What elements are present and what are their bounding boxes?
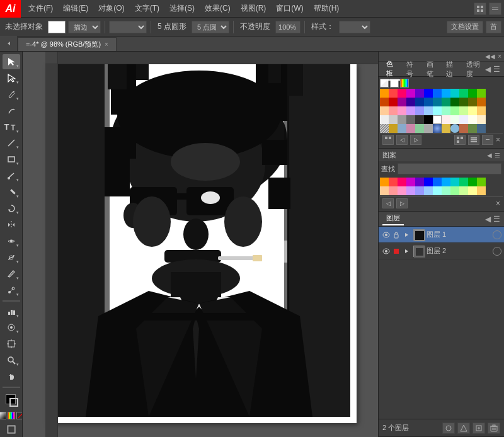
new-color-group-btn[interactable] [382,135,394,145]
change-screen-mode[interactable] [3,422,20,437]
swatch-item[interactable] [424,124,433,133]
delete-layer-btn[interactable] [488,423,500,434]
pattern-swatch-item[interactable] [424,178,433,186]
tab-close-btn[interactable]: × [105,41,108,48]
swatch-item[interactable] [477,98,486,106]
symbol-tool[interactable]: ▾ [3,321,20,336]
tab-brushes[interactable]: 画笔 [423,59,440,80]
locate-object-btn[interactable] [457,423,470,434]
pattern-swatch-item[interactable] [389,186,398,195]
swatch-item[interactable] [459,115,468,124]
menu-edit[interactable]: 编辑(E) [58,2,93,15]
menu-object[interactable]: 对象(O) [93,2,129,15]
opacity-input[interactable]: 100% [275,21,301,33]
line-tool[interactable]: ▾ [3,136,20,151]
pattern-prev-btn[interactable]: ◁ [382,198,394,208]
menu-window[interactable]: 窗口(W) [271,2,308,15]
swatch-item[interactable] [415,98,424,106]
stroke-color-swatch[interactable] [48,21,66,33]
pencil-tool[interactable]: ▾ [3,184,20,200]
layer-expand-2[interactable] [401,246,411,256]
layers-menu-btn[interactable]: ☰ [493,215,500,224]
panel-menu-icon[interactable]: ☰ [493,65,500,74]
no-fill-btn[interactable] [16,412,23,419]
tab-transparency[interactable]: 透明度 [462,59,485,80]
style-select[interactable] [339,21,370,33]
direct-selection-tool[interactable]: ▾ [3,71,20,86]
delete-swatch-btn[interactable] [482,135,493,145]
swatch-item[interactable] [433,124,442,133]
swatch-item[interactable] [442,89,450,98]
swatch-item[interactable] [398,98,406,106]
pattern-swatch-item[interactable] [380,124,389,133]
swatch-item[interactable] [406,98,415,106]
pattern-swatch-item[interactable] [380,186,389,195]
swatch-item[interactable] [477,89,486,98]
new-layer-btn[interactable] [472,423,485,434]
swatch-item[interactable] [459,98,468,106]
pattern-swatch-item[interactable] [442,178,450,186]
swatch-item[interactable] [459,124,468,133]
swatch-item[interactable] [468,106,477,115]
swatch-item[interactable] [477,106,486,115]
swatch-item[interactable] [433,115,442,124]
pattern-swatch-item[interactable] [433,178,442,186]
pattern-swatch-item[interactable] [442,186,450,195]
swatch-item[interactable] [406,115,415,124]
swatch-item[interactable] [389,106,398,115]
pattern-swatch-item[interactable] [477,178,486,186]
pattern-swatch-item[interactable] [398,186,406,195]
swatch-item[interactable] [406,106,415,115]
swatch-item[interactable] [468,98,477,106]
selection-tool[interactable]: ▾ [3,54,20,69]
swatch-item[interactable] [389,115,398,124]
panel-collapse-btn[interactable]: ◀◀ [485,53,495,60]
next-page-btn[interactable]: ▷ [410,135,421,145]
pattern-menu-btn[interactable]: ☰ [495,152,500,159]
rectangle-tool[interactable]: ▾ [3,152,20,167]
tab-swatches[interactable]: 色板 [382,58,400,81]
swatch-item[interactable] [389,124,398,133]
menu-help[interactable]: 帮助(H) [309,2,345,15]
swatch-item[interactable] [442,115,450,124]
pattern-swatch-item[interactable] [450,186,459,195]
pattern-swatch-item[interactable] [415,178,424,186]
curvature-tool[interactable] [3,103,20,118]
stroke-swatch-display[interactable] [9,398,18,407]
tab-symbols[interactable]: 符号 [403,59,420,80]
pattern-swatch-item[interactable] [477,186,486,195]
brush-style-select[interactable] [109,21,147,33]
width-tool[interactable]: ▾ [3,234,20,249]
pattern-swatch-item[interactable] [380,178,389,186]
swatch-item[interactable] [424,89,433,98]
none-fill-btn[interactable] [0,412,6,419]
swatch-item[interactable] [433,89,442,98]
swatch-item[interactable] [424,115,433,124]
pattern-swatch-item[interactable] [459,186,468,195]
pattern-collapse-btn[interactable]: ◀ [487,152,492,159]
doc-settings-btn[interactable]: 文档设置 [447,21,483,33]
blend-tool[interactable]: ▾ [3,283,20,298]
swatch-item[interactable] [450,115,459,124]
swatch-item[interactable] [468,89,477,98]
column-graph-tool[interactable]: ▾ [3,304,20,319]
fill-stroke-colors[interactable] [3,392,20,408]
layer-lock-2[interactable] [391,246,401,256]
swatch-item[interactable] [477,124,486,133]
swatch-item[interactable] [442,106,450,115]
pattern-swatch-item[interactable] [406,186,415,195]
layer-target-2[interactable] [493,247,501,256]
panel-collapse-icon[interactable]: ◀ [485,65,491,74]
layer-expand-1[interactable] [401,230,411,240]
reflect-tool[interactable] [3,217,20,232]
pattern-swatch-item[interactable] [459,178,468,186]
layer-target-1[interactable] [493,230,501,239]
pattern-next-btn[interactable]: ▷ [396,198,408,208]
swatch-item[interactable] [450,98,459,106]
swatch-item[interactable] [406,89,415,98]
swatch-item[interactable] [398,89,406,98]
swatch-item[interactable] [398,124,406,133]
swatch-item[interactable] [398,115,406,124]
type-tool[interactable]: T T ▾ [3,120,20,135]
swatch-item[interactable] [477,115,486,124]
